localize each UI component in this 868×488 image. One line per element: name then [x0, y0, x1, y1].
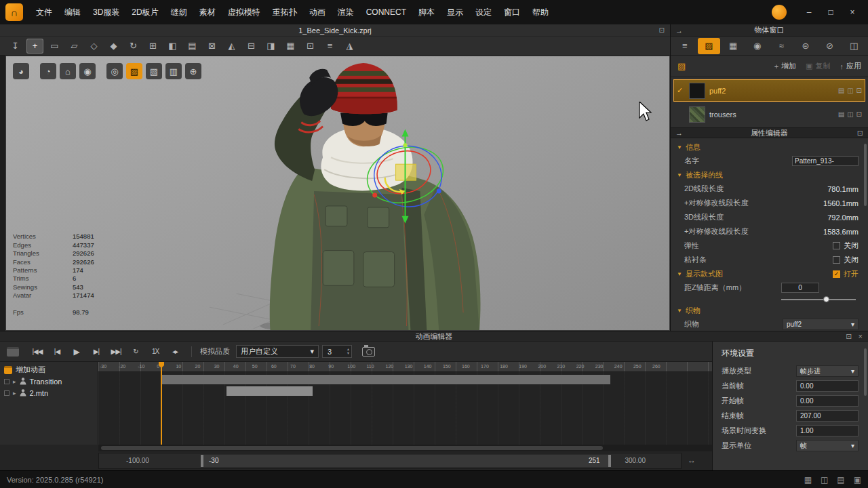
expander-icon[interactable]: ▸ [13, 378, 16, 385]
substep-spinner[interactable]: 3 ▴▾ [322, 345, 352, 358]
range-selection[interactable] [201, 455, 611, 467]
graphic-tab[interactable]: ▦ [722, 38, 745, 54]
env-control[interactable]: 帧步进 ▾ [796, 365, 859, 377]
dock-icon[interactable]: ⊡ [846, 332, 852, 341]
minimize-button[interactable]: – [799, 4, 819, 20]
menu-item[interactable]: 帮助 [526, 0, 555, 24]
track-visibility-checkbox[interactable] [4, 390, 9, 396]
layout-2d-icon[interactable]: ◫ [821, 475, 828, 485]
env-control[interactable]: 207.00 [796, 410, 859, 422]
measure-tool[interactable]: ≡ [321, 39, 338, 54]
menu-item[interactable]: 设定 [469, 0, 498, 24]
select-move-tool[interactable]: + [26, 39, 43, 54]
play-button[interactable]: ▶ [68, 345, 85, 359]
solidify-tool[interactable]: ▦ [282, 39, 299, 54]
step-back-button[interactable]: |◀ [49, 345, 65, 359]
maximize-button[interactable]: □ [821, 4, 841, 20]
add-fabric-button[interactable]: + 增加 [774, 61, 796, 71]
select-mesh-brush-tool[interactable]: ▱ [66, 39, 83, 54]
fit-range-icon[interactable]: ↔ [688, 455, 696, 465]
style-view-checkbox[interactable]: ✓ [833, 270, 840, 278]
pattern-tab[interactable]: ◫ [842, 38, 865, 54]
transition-clip-bar[interactable] [161, 375, 610, 384]
menu-item[interactable]: 虚拟模特 [222, 0, 267, 24]
dock-icon[interactable]: ⊡ [857, 129, 863, 138]
pin-brush-tool[interactable]: ◆ [105, 39, 122, 54]
step-forward-button[interactable]: ▶| [88, 345, 104, 359]
fabric-clone-icon[interactable]: ⊡ [856, 87, 862, 94]
slider-knob[interactable] [823, 296, 829, 302]
puckering-tab[interactable]: ⊘ [818, 38, 842, 54]
menu-item[interactable]: 2D板片 [125, 0, 164, 24]
motion-clip-bar[interactable] [226, 386, 313, 396]
select-mesh-box-tool[interactable]: ▭ [46, 39, 63, 54]
section-fabric[interactable]: ▼ 织物 [677, 304, 859, 317]
layout-custom-icon[interactable]: ▣ [854, 475, 861, 485]
show-pose-icon[interactable]: ◎ [106, 63, 123, 79]
free-sewing-tool[interactable]: ⊠ [203, 39, 220, 54]
timeline[interactable]: -30-20-100102030405060708090100110120130… [98, 362, 712, 445]
spinner-arrows-icon[interactable]: ▴▾ [347, 347, 349, 355]
avatar-tape-tool[interactable]: ◮ [341, 39, 358, 54]
loop-button[interactable]: ↻ [127, 345, 144, 359]
track-row[interactable]: ▸ Transition [0, 375, 98, 387]
drag-tool[interactable]: ↻ [125, 39, 142, 54]
copy-fabric-button[interactable]: ▣ 复制 [806, 61, 830, 71]
tack-tool[interactable]: ⊟ [243, 39, 260, 54]
timeline-ruler[interactable]: -30-20-100102030405060708090100110120130… [98, 362, 712, 372]
edit-sewing-tool[interactable]: ▤ [184, 39, 201, 54]
playback-rate-ic[interactable]: ◂▸ [167, 345, 183, 359]
show-arrangement-icon[interactable]: ◉ [79, 63, 96, 79]
show-environment-icon[interactable]: ⊕ [185, 63, 201, 79]
fabric-row-puff2[interactable]: ✓ puff2 ▤ ◫ ⊡ [673, 79, 865, 102]
pin-box-tool[interactable]: ◇ [85, 39, 102, 54]
section-selected-line[interactable]: ▼ 被选择的线 [677, 168, 859, 182]
skip-to-start-button[interactable]: |◀◀ [29, 345, 45, 359]
elastic-checkbox[interactable] [833, 242, 840, 249]
close-button[interactable]: × [842, 4, 863, 20]
fabric-detail-icon[interactable]: ▤ [838, 110, 844, 118]
fabric-row-trousers[interactable]: trousers ▤ ◫ ⊡ [673, 103, 865, 125]
film-icon[interactable] [7, 347, 19, 357]
env-control[interactable]: 0.00 [796, 380, 859, 392]
fabric-save-icon[interactable]: ◫ [847, 87, 853, 94]
menu-item[interactable]: 渲染 [332, 0, 360, 24]
menu-item[interactable]: 重拓扑 [267, 0, 303, 24]
track-row[interactable]: ▸ 2.mtn [0, 387, 98, 399]
fabric-select[interactable]: puff2 ▾ [783, 319, 859, 330]
transparent-surface-icon[interactable]: ▥ [165, 63, 182, 79]
section-info[interactable]: ▼ 信息 [677, 140, 859, 154]
scale-pattern-tool[interactable]: ◧ [164, 39, 181, 54]
capture-icon[interactable] [362, 347, 375, 357]
menu-item[interactable]: 文件 [30, 0, 58, 24]
close-panel-icon[interactable]: × [859, 332, 863, 341]
env-control[interactable]: 1.00 [796, 425, 859, 436]
scene-list-tab[interactable]: ≡ [673, 38, 696, 54]
add-animation-row[interactable]: 增加动画 [0, 364, 98, 375]
show-avatar-icon[interactable]: ⌂ [60, 63, 76, 79]
zdistance-slider[interactable] [781, 299, 856, 300]
env-control[interactable]: 帧 ▾ [796, 440, 859, 451]
material-tab[interactable]: ◉ [746, 38, 769, 54]
render-mode-icon[interactable]: ◕ [13, 63, 29, 79]
viewport-3d[interactable]: ◕◔⌂◉◎▨▧▥⊕ Vertices154881Edges447337Trian… [5, 56, 670, 331]
float-window-icon[interactable]: ⊡ [659, 26, 665, 34]
menu-item[interactable]: 显示 [441, 0, 469, 24]
menu-item[interactable]: 素材 [193, 0, 222, 24]
fabric-clone-icon[interactable]: ⊡ [856, 110, 862, 118]
layout-grid-icon[interactable]: ▦ [804, 475, 812, 485]
account-badge-icon[interactable] [772, 5, 787, 20]
pinch-tool[interactable]: ◭ [223, 39, 240, 54]
topstitch-tab[interactable]: ⊜ [794, 38, 817, 54]
timeline-scrollbar[interactable] [98, 445, 712, 451]
mesh-surface-icon[interactable]: ▧ [146, 63, 162, 79]
fusible-checkbox[interactable] [833, 256, 840, 264]
menu-item[interactable]: CONNECT [360, 0, 412, 24]
panel-collapse-icon[interactable]: → [675, 129, 683, 137]
menu-item[interactable]: 编辑 [58, 0, 87, 24]
gizmo-tool[interactable]: ⊞ [144, 39, 161, 54]
playback-range-bar[interactable]: -100.00 -30 251 300.00 [98, 453, 682, 469]
environment-scrollbar[interactable] [864, 348, 867, 396]
name-input[interactable]: Pattern_913- [792, 156, 859, 166]
menu-item[interactable]: 3D服装 [87, 0, 125, 24]
